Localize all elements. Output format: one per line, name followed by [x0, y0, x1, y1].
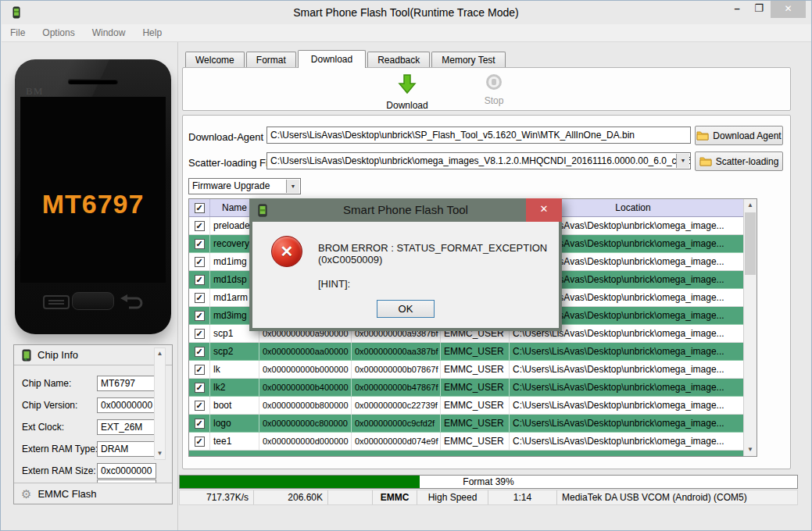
select-all-checkbox[interactable]: ✓	[195, 203, 205, 213]
table-row[interactable]: ✓lk20x000000000b4000000x000000000b47867f…	[189, 379, 757, 397]
phone-menu-icon	[43, 295, 70, 309]
table-row[interactable]: ✓scp20x000000000aa000000x000000000aa387b…	[189, 343, 757, 361]
phone-keys	[15, 292, 171, 312]
chip-field-value[interactable]: EXT_26M	[97, 419, 156, 435]
download-agent-input[interactable]: C:\Users\LisAvas\Desktop\unbrick\SP_Flas…	[266, 127, 691, 144]
row-checkbox-cell[interactable]: ✓	[189, 343, 210, 360]
tab-welcome[interactable]: Welcome	[185, 52, 245, 68]
scroll-down-icon[interactable]: ▼	[744, 444, 757, 456]
chip-info-row: Extern RAM Size:0xc0000000	[22, 463, 166, 480]
scatter-file-value: C:\Users\LisAvas\Desktop\unbrick\omega_i…	[270, 155, 691, 166]
row-checkbox[interactable]: ✓	[195, 419, 205, 429]
row-checkbox-cell[interactable]: ✓	[189, 379, 210, 396]
row-checkbox-cell[interactable]: ✓	[189, 271, 210, 288]
dialog-ok-button[interactable]: OK	[377, 300, 435, 318]
minimize-button[interactable]: –	[726, 1, 748, 18]
dialog-title-bar[interactable]: Smart Phone Flash Tool ✕	[249, 198, 562, 222]
cell-region: EMMC_USER	[441, 361, 510, 378]
row-checkbox-cell[interactable]: ✓	[189, 325, 210, 342]
chip-field-label: Ext Clock:	[22, 422, 64, 433]
chip-field-label: Extern RAM Size:	[22, 465, 96, 476]
download-agent-button[interactable]: Download Agent	[695, 126, 783, 145]
scroll-up-icon[interactable]: ▲	[155, 348, 165, 359]
status-cell-0: 717.37K/s	[180, 490, 254, 504]
cell-end-address: 0x000000000c9cfd2f	[352, 415, 441, 432]
download-action-button[interactable]: Download	[376, 74, 438, 111]
row-checkbox[interactable]: ✓	[195, 365, 205, 375]
table-row[interactable]: ✓tee10x000000000d0000000x000000000d074e9…	[189, 433, 757, 451]
tab-format[interactable]: Format	[246, 52, 296, 68]
row-checkbox[interactable]: ✓	[195, 257, 205, 267]
chip-info-row: Chip Name:MT6797	[22, 376, 166, 393]
phone-home-button	[72, 292, 114, 310]
row-checkbox[interactable]: ✓	[195, 347, 205, 357]
scatter-dropdown-icon[interactable]: ▼	[676, 154, 689, 168]
firmware-mode-select[interactable]: Firmware Upgrade ▼	[188, 178, 301, 194]
row-checkbox[interactable]: ✓	[195, 239, 205, 249]
menu-item-file[interactable]: File	[2, 24, 34, 41]
row-checkbox[interactable]: ✓	[195, 311, 205, 321]
row-checkbox[interactable]: ✓	[195, 383, 205, 393]
cell-begin-address: 0x000000000b800000	[259, 397, 352, 414]
close-button[interactable]: ✕	[771, 1, 806, 18]
row-checkbox-cell[interactable]: ✓	[189, 235, 210, 252]
row-checkbox[interactable]: ✓	[195, 437, 205, 447]
scroll-up-icon[interactable]: ▲	[744, 199, 757, 212]
cell-end-address: 0x000000000c22739f	[352, 397, 441, 414]
row-checkbox-cell[interactable]: ✓	[189, 433, 210, 450]
row-checkbox-cell[interactable]: ✓	[189, 253, 210, 270]
row-checkbox-cell[interactable]: ✓	[189, 217, 210, 234]
row-checkbox-cell[interactable]: ✓	[189, 415, 210, 432]
stop-action-button[interactable]: Stop	[463, 74, 525, 106]
chip-field-value[interactable]: DRAM	[97, 441, 156, 457]
stop-action-label: Stop	[463, 95, 525, 106]
scatter-file-input[interactable]: C:\Users\LisAvas\Desktop\unbrick\omega_i…	[266, 152, 691, 169]
row-checkbox[interactable]: ✓	[195, 275, 205, 285]
table-row[interactable]: ✓lk0x000000000b0000000x000000000b07867fE…	[189, 361, 757, 379]
row-checkbox[interactable]: ✓	[195, 401, 205, 411]
dialog-close-button[interactable]: ✕	[526, 198, 562, 222]
gear-icon: ⚙	[21, 488, 31, 500]
table-row-partial	[189, 451, 757, 457]
menu-item-options[interactable]: Options	[34, 24, 83, 41]
table-row[interactable]: ✓boot0x000000000b8000000x000000000c22739…	[189, 397, 757, 415]
chip-info-scrollbar[interactable]: ▲ ▼	[154, 347, 166, 460]
row-checkbox[interactable]: ✓	[195, 329, 205, 339]
phone-image: BM MT6797	[15, 59, 171, 334]
cell-location: C:\Users\LisAvas\Desktop\unbrick\omega_i…	[510, 415, 757, 432]
row-checkbox-cell[interactable]: ✓	[189, 397, 210, 414]
scrollbar-thumb[interactable]	[745, 212, 756, 275]
firmware-mode-value: Firmware Upgrade	[192, 180, 270, 191]
cell-region: EMMC_USER	[441, 433, 510, 450]
scroll-down-icon[interactable]: ▼	[155, 448, 165, 459]
row-checkbox[interactable]: ✓	[195, 293, 205, 303]
cell-location: C:\Users\LisAvas\Desktop\unbrick\omega_i…	[510, 433, 757, 450]
row-checkbox-cell[interactable]: ✓	[189, 361, 210, 378]
tab-memory-test[interactable]: Memory Test	[431, 52, 505, 68]
menu-item-help[interactable]: Help	[134, 24, 170, 41]
phone-brand-label: BM	[26, 85, 43, 98]
tab-readback[interactable]: Readback	[367, 52, 430, 68]
table-row[interactable]: ✓logo0x000000000c8000000x000000000c9cfd2…	[189, 415, 757, 433]
tab-download[interactable]: Download	[298, 50, 366, 68]
menu-item-window[interactable]: Window	[84, 24, 134, 41]
chip-field-value[interactable]: MT6797	[97, 376, 156, 391]
table-scrollbar[interactable]: ▲ ▼	[743, 199, 757, 456]
cell-begin-address: 0x000000000b000000	[259, 361, 352, 378]
scatter-loading-button[interactable]: Scatter-loading	[695, 151, 783, 171]
dialog-hint: [HINT]:	[318, 278, 350, 290]
firmware-dropdown-icon[interactable]: ▼	[286, 180, 299, 193]
download-agent-button-label: Download Agent	[713, 130, 781, 141]
cell-name: scp2	[210, 343, 259, 360]
chip-field-value[interactable]: 0x00000000	[97, 397, 156, 413]
cell-end-address: 0x000000000aa387bf	[352, 343, 441, 360]
maximize-button[interactable]: ❐	[748, 1, 770, 18]
chip-info-row: Ext Clock:EXT_26M	[22, 419, 166, 437]
row-checkbox[interactable]: ✓	[195, 221, 205, 231]
cell-region: EMMC_USER	[441, 397, 510, 414]
status-bar: 717.37K/s206.60KEMMCHigh Speed1:14MediaT…	[179, 490, 798, 505]
row-checkbox-cell[interactable]: ✓	[189, 289, 210, 306]
row-checkbox-cell[interactable]: ✓	[189, 307, 210, 324]
select-all-cell[interactable]: ✓	[189, 199, 210, 216]
chip-field-value[interactable]: 0xc0000000	[97, 463, 156, 479]
